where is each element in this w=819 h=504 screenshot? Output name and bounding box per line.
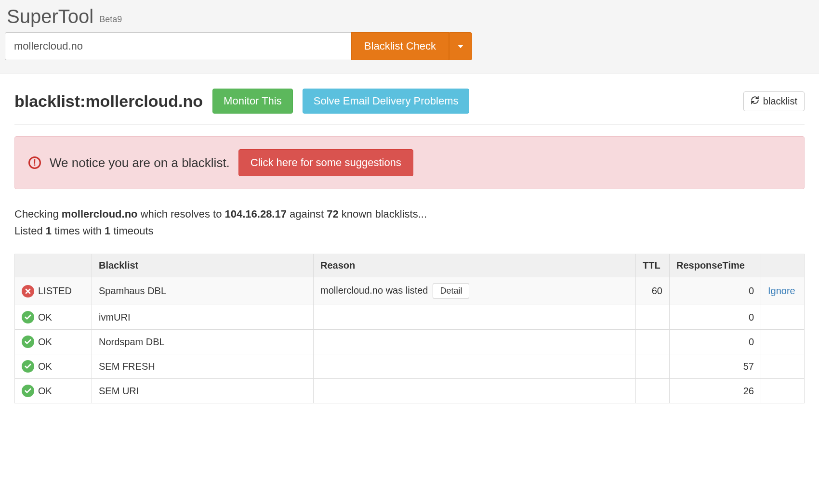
status-cell: OK (15, 305, 92, 330)
table-row: OKivmURI0 (15, 305, 805, 330)
solve-email-problems-button[interactable]: Solve Email Delivery Problems (303, 89, 470, 114)
check-summary: Checking mollercloud.no which resolves t… (14, 206, 805, 239)
listed-icon (22, 285, 34, 297)
summary-timeout-count: 1 (105, 225, 110, 237)
response-time-value: 0 (670, 305, 761, 330)
action-cell (761, 379, 805, 403)
ttl-value (636, 305, 670, 330)
ok-icon (22, 385, 34, 397)
ok-icon (22, 311, 34, 323)
response-time-value: 0 (670, 277, 761, 305)
response-time-value: 0 (670, 330, 761, 354)
reason-cell (314, 354, 636, 379)
blacklist-name: Spamhaus DBL (92, 277, 314, 305)
suggestions-button[interactable]: Click here for some suggestions (238, 149, 413, 176)
status-cell: OK (15, 330, 92, 354)
ttl-value (636, 354, 670, 379)
tool-header: SuperTool Beta9 Blacklist Check (0, 0, 819, 74)
action-cell (761, 330, 805, 354)
status-text: LISTED (38, 285, 72, 297)
ttl-value (636, 379, 670, 403)
summary-total: 72 (327, 208, 338, 220)
table-row: OKSEM URI26 (15, 379, 805, 403)
th-ttl: TTL (636, 254, 670, 277)
blacklist-alert: ! We notice you are on a blacklist. Clic… (14, 136, 805, 189)
ok-icon (22, 336, 34, 348)
tool-beta-badge: Beta9 (99, 14, 122, 25)
reason-text: mollercloud.no was listed (320, 285, 428, 296)
reason-cell (314, 305, 636, 330)
result-header: blacklist:mollercloud.no Monitor This So… (14, 89, 805, 125)
caret-down-icon (458, 45, 463, 48)
action-cell (761, 305, 805, 330)
action-cell: Ignore (761, 277, 805, 305)
action-cell (761, 354, 805, 379)
summary-hostname: mollercloud.no (62, 208, 138, 220)
table-row: LISTEDSpamhaus DBLmollercloud.no was lis… (15, 277, 805, 305)
detail-button[interactable]: Detail (433, 283, 469, 299)
lookup-input[interactable] (5, 32, 351, 60)
summary-ip: 104.16.28.17 (225, 208, 287, 220)
results-table: Blacklist Reason TTL ResponseTime LISTED… (14, 254, 805, 403)
response-time-value: 26 (670, 379, 761, 403)
reason-cell: mollercloud.no was listedDetail (314, 277, 636, 305)
monitor-this-button[interactable]: Monitor This (212, 89, 293, 114)
refresh-icon (751, 96, 759, 107)
status-text: OK (38, 312, 52, 323)
th-action (761, 254, 805, 277)
refresh-blacklist-button[interactable]: blacklist (743, 91, 805, 111)
th-reason: Reason (314, 254, 636, 277)
tool-title: SuperTool (7, 6, 93, 27)
th-status (15, 254, 92, 277)
th-response-time: ResponseTime (670, 254, 761, 277)
ignore-link[interactable]: Ignore (768, 285, 795, 296)
status-text: OK (38, 336, 52, 348)
blacklist-check-button[interactable]: Blacklist Check (351, 32, 449, 60)
response-time-value: 57 (670, 354, 761, 379)
refresh-label: blacklist (763, 96, 797, 107)
status-cell: OK (15, 379, 92, 403)
alert-text: We notice you are on a blacklist. (50, 155, 230, 170)
status-text: OK (38, 361, 52, 372)
blacklist-name: SEM FRESH (92, 354, 314, 379)
status-cell: OK (15, 354, 92, 379)
warning-icon: ! (28, 156, 41, 169)
ttl-value: 60 (636, 277, 670, 305)
lookup-type-dropdown-button[interactable] (449, 32, 472, 60)
status-cell: LISTED (15, 277, 92, 305)
result-title: blacklist:mollercloud.no (14, 92, 203, 111)
table-row: OKNordspam DBL0 (15, 330, 805, 354)
ok-icon (22, 360, 34, 373)
blacklist-name: SEM URI (92, 379, 314, 403)
summary-listed-count: 1 (46, 225, 52, 237)
reason-cell (314, 330, 636, 354)
blacklist-name: Nordspam DBL (92, 330, 314, 354)
ttl-value (636, 330, 670, 354)
status-text: OK (38, 386, 52, 397)
th-blacklist: Blacklist (92, 254, 314, 277)
reason-cell (314, 379, 636, 403)
table-row: OKSEM FRESH57 (15, 354, 805, 379)
search-row: Blacklist Check (5, 32, 472, 60)
blacklist-name: ivmURI (92, 305, 314, 330)
